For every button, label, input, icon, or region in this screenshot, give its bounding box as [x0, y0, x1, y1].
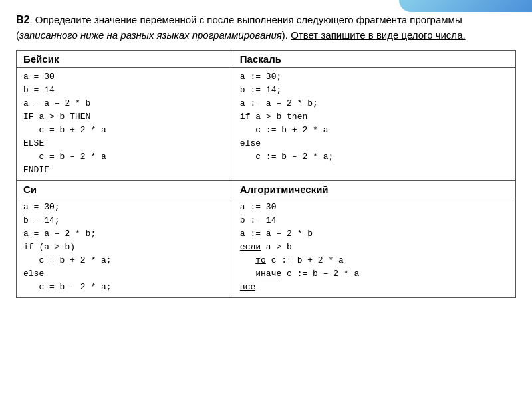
col-header-c: Си	[17, 180, 233, 198]
table-row-3: Си Алгоритмический	[17, 180, 516, 198]
col-header-pascal: Паскаль	[233, 50, 515, 67]
algo-line-4: если a > b	[240, 241, 509, 254]
algo-to: то	[255, 255, 266, 265]
table-row-1: Бейсик Паскаль	[17, 50, 516, 67]
question-number: B2	[16, 14, 29, 25]
table-row-4: a = 30; b = 14; a = a – 2 * b; if (a > b…	[17, 198, 516, 297]
question-text: B2. Определите значение переменной с пос…	[16, 12, 516, 43]
algo-line-5: то c := b + 2 * a	[240, 254, 509, 267]
question-italic: записанного ниже на разных языках програ…	[19, 29, 282, 41]
table-row-2: a = 30 b = 14 a = a – 2 * b IF a > b THE…	[17, 67, 516, 180]
c-code: a = 30; b = 14; a = a – 2 * b; if (a > b…	[17, 198, 233, 297]
basic-code: a = 30 b = 14 a = a – 2 * b IF a > b THE…	[17, 67, 233, 180]
col-header-basic: Бейсик	[17, 50, 233, 67]
question-instruction: Ответ запишите в виде целого числа.	[291, 29, 465, 41]
algo-inache: иначе	[255, 269, 281, 279]
main-content: B2. Определите значение переменной с пос…	[0, 0, 532, 306]
algo-code: a := 30 b := 14 a := a – 2 * b если a > …	[233, 198, 515, 297]
algo-esli: если	[240, 242, 261, 252]
question-after-italic: ).	[282, 29, 291, 41]
pascal-code: a := 30; b := 14; a := a – 2 * b; if a >…	[233, 67, 515, 180]
algo-line-6: иначе c := b – 2 * a	[240, 267, 509, 281]
algo-vse: все	[240, 282, 255, 292]
col-header-algo: Алгоритмический	[233, 180, 515, 198]
top-decoration	[399, 0, 532, 12]
algo-line-7: все	[240, 281, 509, 294]
algo-line-1: a := 30	[240, 201, 509, 214]
algo-line-3: a := a – 2 * b	[240, 227, 509, 241]
code-table: Бейсик Паскаль a = 30 b = 14 a = a – 2 *…	[16, 50, 516, 298]
algo-line-2: b := 14	[240, 214, 509, 227]
